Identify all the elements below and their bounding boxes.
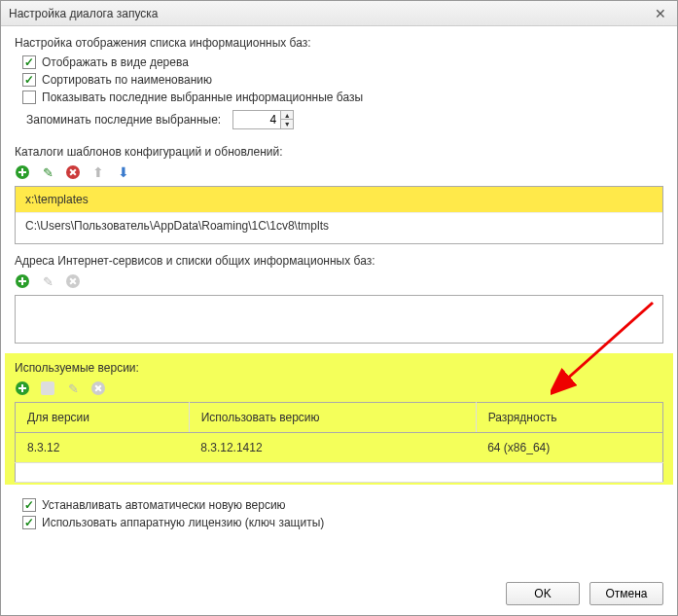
auto-update-label: Устанавливать автоматически новую версию: [42, 498, 286, 512]
templates-listbox[interactable]: x:\templates C:\Users\Пользователь\AppDa…: [15, 186, 663, 244]
templates-toolbar: ✎ ⬆ ⬇: [15, 164, 663, 180]
versions-toolbar: ✎: [15, 380, 663, 396]
versions-section-label: Используемые версии:: [15, 361, 663, 375]
content-area: Настройка отображения списка информацион…: [1, 26, 677, 543]
display-section-label: Настройка отображения списка информацион…: [15, 36, 663, 50]
plus-icon: [16, 274, 29, 288]
services-toolbar: ✎: [15, 273, 663, 289]
auto-update-checkbox[interactable]: [22, 498, 36, 512]
dialog-window: Настройка диалога запуска ✕ Настройка от…: [0, 0, 678, 616]
sort-checkbox-label: Сортировать по наименованию: [42, 73, 212, 87]
versions-table: Для версии Использовать версию Разряднос…: [15, 402, 663, 483]
disk-icon: [41, 381, 54, 395]
services-delete-button: [65, 273, 81, 289]
close-icon[interactable]: ✕: [652, 5, 669, 22]
remember-spinner[interactable]: ▲ ▼: [232, 110, 294, 129]
table-row[interactable]: 8.3.12 8.3.12.1412 64 (x86_64): [16, 433, 663, 463]
ok-button[interactable]: OK: [506, 582, 580, 605]
spinner-down-icon[interactable]: ▼: [281, 120, 293, 128]
services-add-button[interactable]: [15, 273, 30, 289]
services-section-label: Адреса Интернет-сервисов и списки общих …: [15, 254, 663, 268]
versions-disk-button: [40, 380, 55, 396]
versions-col-use[interactable]: Использовать версию: [189, 403, 476, 433]
services-listbox[interactable]: [15, 295, 663, 344]
versions-delete-button: [90, 380, 106, 396]
remember-label: Запоминать последние выбранные:: [26, 113, 221, 127]
templates-edit-button[interactable]: ✎: [40, 164, 55, 180]
hw-license-checkbox[interactable]: [22, 516, 36, 529]
footer-buttons: OK Отмена: [506, 582, 663, 605]
delete-icon: [66, 274, 80, 288]
hw-license-label: Использовать аппаратную лицензию (ключ з…: [42, 516, 324, 529]
cell-for: 8.3.12: [16, 433, 190, 463]
versions-block: Используемые версии: ✎ Для версии Исполь…: [5, 353, 673, 485]
templates-delete-button[interactable]: [65, 164, 81, 180]
versions-col-for[interactable]: Для версии: [16, 403, 190, 433]
recent-checkbox-label: Показывать последние выбранные информаци…: [42, 91, 363, 104]
recent-checkbox[interactable]: [22, 91, 36, 104]
plus-icon: [16, 165, 29, 179]
cancel-button[interactable]: Отмена: [589, 582, 663, 605]
sort-checkbox[interactable]: [22, 73, 36, 87]
titlebar: Настройка диалога запуска ✕: [1, 1, 677, 26]
cell-arch: 64 (x86_64): [476, 433, 662, 463]
templates-movedown-button[interactable]: ⬇: [116, 164, 131, 180]
tree-checkbox[interactable]: [22, 55, 36, 69]
table-row-empty: [16, 463, 663, 483]
list-item[interactable]: C:\Users\Пользователь\AppData\Roaming\1C…: [16, 213, 662, 238]
templates-moveup-button[interactable]: ⬆: [90, 164, 106, 180]
templates-section-label: Каталоги шаблонов конфигураций и обновле…: [15, 145, 663, 159]
versions-col-arch[interactable]: Разрядность: [476, 403, 662, 433]
remember-input[interactable]: [233, 111, 280, 128]
cell-use: 8.3.12.1412: [189, 433, 476, 463]
versions-edit-button: ✎: [65, 380, 81, 396]
window-title: Настройка диалога запуска: [9, 7, 652, 20]
tree-checkbox-label: Отображать в виде дерева: [42, 55, 189, 69]
versions-add-button[interactable]: [15, 380, 30, 396]
delete-icon: [91, 381, 105, 395]
spinner-up-icon[interactable]: ▲: [281, 111, 293, 120]
list-item[interactable]: x:\templates: [16, 187, 662, 213]
services-edit-button: ✎: [40, 273, 55, 289]
delete-icon: [66, 165, 80, 179]
templates-add-button[interactable]: [15, 164, 30, 180]
plus-icon: [16, 381, 29, 395]
